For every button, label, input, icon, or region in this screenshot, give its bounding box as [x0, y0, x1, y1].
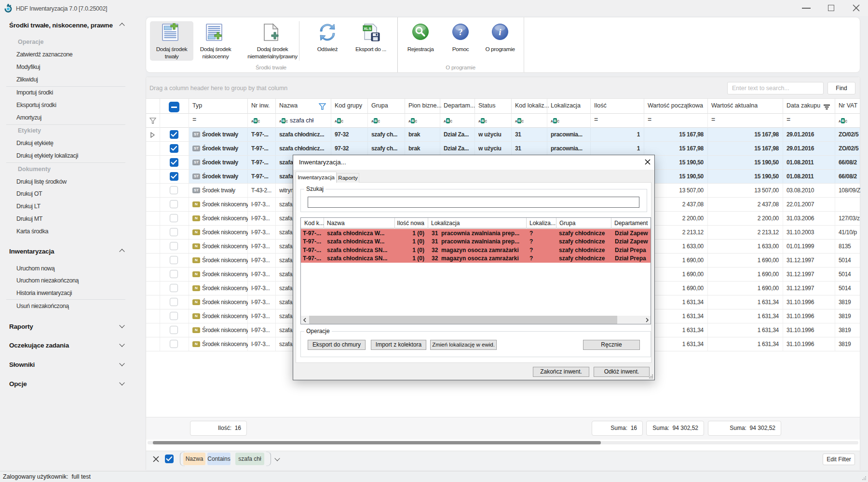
svg-text:XLS: XLS	[364, 27, 371, 31]
svg-text:i: i	[499, 27, 502, 37]
svg-text:?: ?	[458, 27, 463, 37]
